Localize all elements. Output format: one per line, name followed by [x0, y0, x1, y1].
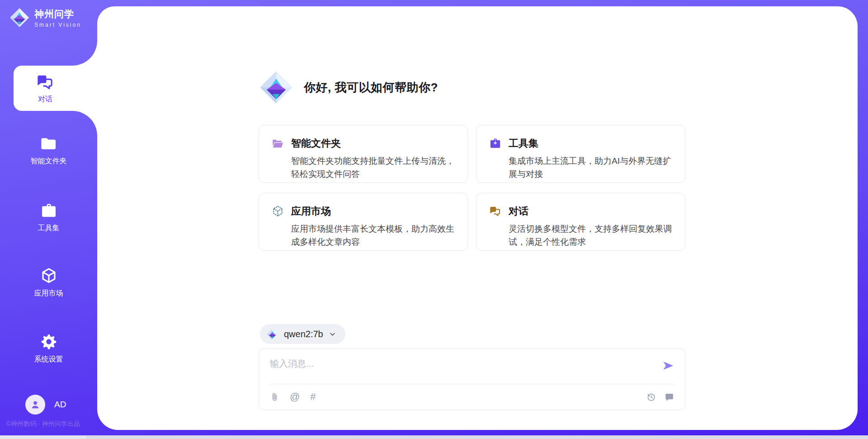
main-panel: 你好, 我可以如何帮助你? 智能文件夹 智能文件夹功能支持批量文件上传与清洗，轻… — [97, 6, 858, 430]
sidebar-item-settings[interactable]: 系统设置 — [0, 333, 97, 364]
sidebar-item-toolset[interactable]: 工具集 — [0, 202, 97, 233]
card-smart-folder[interactable]: 智能文件夹 智能文件夹功能支持批量文件上传与清洗，轻松实现文件问答 — [259, 125, 468, 183]
gear-icon — [40, 333, 57, 350]
card-description: 集成市场上主流工具，助力AI与外界无缝扩展与对接 — [509, 154, 678, 181]
hashtag-button[interactable]: # — [310, 392, 316, 402]
model-selector[interactable]: qwen2:7b — [260, 324, 345, 344]
sidebar-item-label: 对话 — [38, 95, 52, 104]
user-profile[interactable]: AD — [25, 395, 66, 415]
tab-fillet-top — [72, 41, 97, 66]
sidebar-item-smart-folder[interactable]: 智能文件夹 — [0, 135, 97, 166]
card-title: 应用市场 — [291, 205, 461, 218]
card-title: 对话 — [509, 205, 678, 218]
feature-cards: 智能文件夹 智能文件夹功能支持批量文件上传与清洗，轻松实现文件问答 工具集 集成… — [259, 125, 685, 251]
sidebar-footer-credit: ©神州数码 · 神州问学出品 — [6, 420, 80, 428]
brand: 神州问学 Smart Vision — [9, 7, 81, 28]
chevron-down-icon — [329, 330, 336, 338]
cube-grid-icon — [272, 205, 284, 217]
send-icon — [662, 359, 675, 372]
card-description: 应用市场提供丰富长文本模板，助力高效生成多样化文章内容 — [291, 222, 461, 248]
hash-icon: # — [310, 392, 316, 402]
chat-icon — [489, 205, 501, 217]
history-icon — [646, 392, 656, 402]
sidebar-item-label: 应用市场 — [34, 289, 63, 298]
sidebar-item-label: 系统设置 — [34, 355, 63, 364]
brand-name: 神州问学 — [34, 8, 81, 20]
sidebar-item-label: 工具集 — [38, 224, 60, 233]
person-icon — [29, 399, 41, 410]
sidebar-item-label: 智能文件夹 — [31, 157, 67, 166]
card-description: 智能文件夹功能支持批量文件上传与清洗，轻松实现文件问答 — [291, 154, 461, 181]
sidebar-item-app-market[interactable]: 应用市场 — [0, 267, 97, 298]
card-description: 灵活切换多模型文件，支持多样回复效果调试，满足个性化需求 — [509, 222, 678, 248]
card-title: 工具集 — [509, 137, 678, 150]
sidebar-item-chat[interactable]: 对话 — [14, 66, 97, 111]
open-folder-icon — [272, 137, 284, 149]
mention-button[interactable]: @ — [290, 392, 300, 402]
message-input[interactable] — [270, 358, 650, 387]
send-button[interactable] — [661, 359, 675, 373]
card-app-market[interactable]: 应用市场 应用市场提供丰富长文本模板，助力高效生成多样化文章内容 — [259, 193, 468, 251]
history-button[interactable] — [646, 392, 656, 402]
card-chat[interactable]: 对话 灵活切换多模型文件，支持多样回复效果调试，满足个性化需求 — [476, 193, 685, 251]
greeting-text: 你好, 我可以如何帮助你? — [304, 80, 438, 95]
chat-square-icon — [665, 392, 674, 402]
toolbox-icon — [40, 202, 57, 219]
horizontal-scrollbar[interactable] — [0, 435, 868, 439]
chat-icon — [36, 73, 54, 91]
card-toolset[interactable]: 工具集 集成市场上主流工具，助力AI与外界无缝扩展与对接 — [476, 125, 685, 183]
mention-icon: @ — [290, 392, 300, 402]
folder-icon — [40, 135, 57, 152]
avatar — [25, 395, 45, 415]
sidebar: 神州问学 Smart Vision 对话 智能文件夹 工具集 应用市场 系统设置… — [0, 0, 97, 439]
brand-subtitle: Smart Vision — [34, 22, 81, 28]
attachment-icon — [270, 392, 279, 402]
brand-diamond-logo-icon — [9, 7, 30, 28]
greeting-diamond-logo-icon — [259, 70, 294, 105]
user-initials: AD — [54, 400, 66, 410]
model-name: qwen2:7b — [284, 329, 323, 339]
greeting: 你好, 我可以如何帮助你? — [259, 70, 438, 105]
new-chat-button[interactable] — [665, 392, 674, 402]
toolbox-icon — [489, 137, 501, 149]
scrollbar-thumb[interactable] — [86, 436, 868, 439]
model-diamond-logo-icon — [266, 328, 278, 340]
attach-file-button[interactable] — [270, 392, 279, 402]
cube-icon — [40, 267, 57, 284]
tab-fillet-bottom — [72, 111, 97, 136]
message-composer: @ # — [259, 348, 685, 410]
card-title: 智能文件夹 — [291, 137, 461, 150]
